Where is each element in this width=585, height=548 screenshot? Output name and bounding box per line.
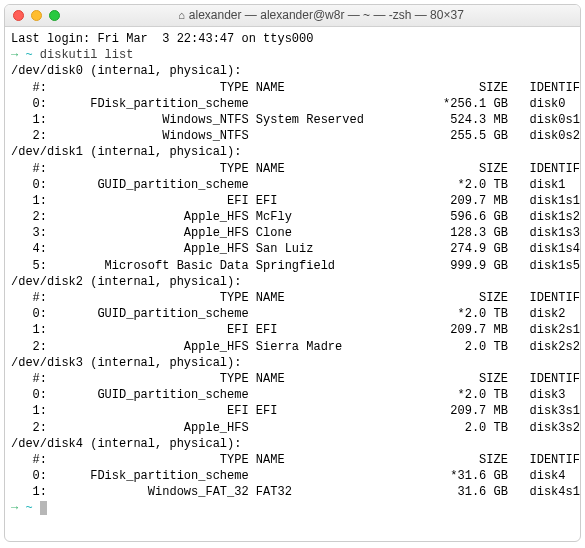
terminal-line: #: TYPE NAME SIZE IDENTIFIER — [11, 290, 574, 306]
terminal-line: /dev/disk4 (internal, physical): — [11, 436, 574, 452]
terminal-line: 1: EFI EFI 209.7 MB disk1s1 — [11, 193, 574, 209]
terminal-line: /dev/disk1 (internal, physical): — [11, 144, 574, 160]
terminal-line: → ~ diskutil list — [11, 47, 574, 63]
terminal-body[interactable]: Last login: Fri Mar 3 22:43:47 on ttys00… — [5, 27, 580, 541]
terminal-line: 2: Apple_HFS 2.0 TB disk3s2 — [11, 420, 574, 436]
terminal-line: 3: Apple_HFS Clone 128.3 GB disk1s3 — [11, 225, 574, 241]
cursor — [40, 501, 47, 515]
terminal-line: 0: GUID_partition_scheme *2.0 TB disk3 — [11, 387, 574, 403]
terminal-line: /dev/disk0 (internal, physical): — [11, 63, 574, 79]
terminal-line: 5: Microsoft Basic Data Springfield 999.… — [11, 258, 574, 274]
window-title-wrap: ⌂ alexander — alexander@w8r — ~ — -zsh —… — [70, 7, 572, 23]
traffic-lights — [13, 10, 60, 21]
terminal-line: 0: GUID_partition_scheme *2.0 TB disk1 — [11, 177, 574, 193]
titlebar[interactable]: ⌂ alexander — alexander@w8r — ~ — -zsh —… — [5, 5, 580, 27]
terminal-line: 4: Apple_HFS San Luiz 274.9 GB disk1s4 — [11, 241, 574, 257]
terminal-line: 0: GUID_partition_scheme *2.0 TB disk2 — [11, 306, 574, 322]
terminal-line: 2: Windows_NTFS 255.5 GB disk0s2 — [11, 128, 574, 144]
terminal-window: ⌂ alexander — alexander@w8r — ~ — -zsh —… — [4, 4, 581, 542]
terminal-line: /dev/disk3 (internal, physical): — [11, 355, 574, 371]
terminal-line: 0: FDisk_partition_scheme *256.1 GB disk… — [11, 96, 574, 112]
terminal-line: 1: Windows_FAT_32 FAT32 31.6 GB disk4s1 — [11, 484, 574, 500]
home-icon: ⌂ — [178, 8, 185, 23]
command-text: diskutil list — [40, 48, 134, 62]
terminal-line: 0: FDisk_partition_scheme *31.6 GB disk4 — [11, 468, 574, 484]
terminal-line: #: TYPE NAME SIZE IDENTIFIER — [11, 161, 574, 177]
terminal-line: 1: Windows_NTFS System Reserved 524.3 MB… — [11, 112, 574, 128]
terminal-line: #: TYPE NAME SIZE IDENTIFIER — [11, 452, 574, 468]
terminal-line: 1: EFI EFI 209.7 MB disk2s1 — [11, 322, 574, 338]
terminal-line: /dev/disk2 (internal, physical): — [11, 274, 574, 290]
zoom-icon[interactable] — [49, 10, 60, 21]
terminal-line: 2: Apple_HFS Sierra Madre 2.0 TB disk2s2 — [11, 339, 574, 355]
minimize-icon[interactable] — [31, 10, 42, 21]
terminal-line: → ~ — [11, 500, 574, 516]
terminal-line: 1: EFI EFI 209.7 MB disk3s1 — [11, 403, 574, 419]
prompt-path: ~ — [25, 48, 32, 62]
close-icon[interactable] — [13, 10, 24, 21]
prompt-arrow-icon: → — [11, 501, 18, 515]
prompt-path: ~ — [25, 501, 32, 515]
terminal-line: #: TYPE NAME SIZE IDENTIFIER — [11, 371, 574, 387]
terminal-line: #: TYPE NAME SIZE IDENTIFIER — [11, 80, 574, 96]
terminal-line: 2: Apple_HFS McFly 596.6 GB disk1s2 — [11, 209, 574, 225]
window-title: alexander — alexander@w8r — ~ — -zsh — 8… — [189, 7, 464, 23]
prompt-arrow-icon: → — [11, 48, 18, 62]
terminal-line: Last login: Fri Mar 3 22:43:47 on ttys00… — [11, 31, 574, 47]
